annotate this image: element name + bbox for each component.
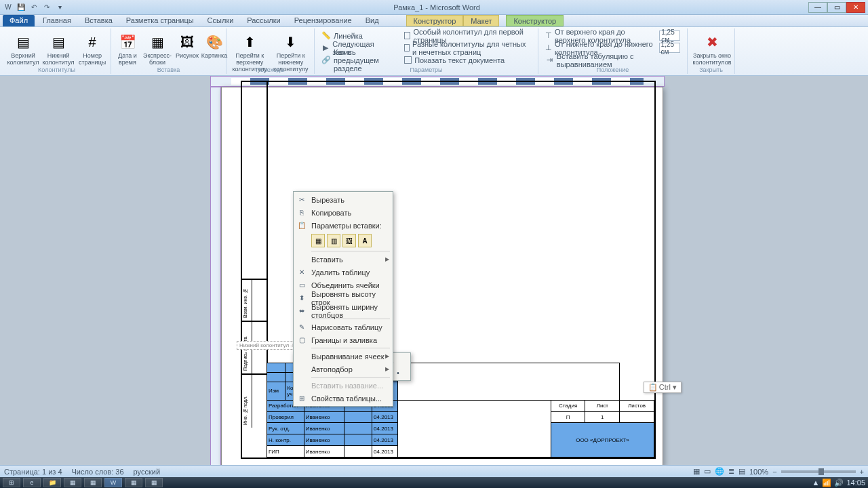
showdoc-check[interactable]: Показать текст документа	[401, 54, 534, 66]
ribbon-group-nav: ⬆Перейти к верхнему колонтитулу ⬇Перейти…	[226, 28, 315, 74]
picture-button[interactable]: 🖼Рисунок	[175, 30, 199, 61]
ribbon-group-close: ✖Закрыть окно колонтитулов Закрыть	[688, 28, 735, 74]
view-web-icon[interactable]: 🌐	[715, 467, 724, 476]
task-app4[interactable]: ▦	[145, 478, 163, 487]
menu-cell-align[interactable]: Выравнивание ячеек▶	[294, 350, 393, 363]
qat-more-icon[interactable]: ▾	[54, 2, 65, 13]
linkprev-button[interactable]: 🔗Как в предыдущем разделе	[319, 54, 393, 66]
datetime-button[interactable]: 📅Дата и время	[115, 30, 140, 68]
scissors-icon: ✂	[297, 195, 307, 205]
view-printlayout-icon[interactable]: ▦	[693, 467, 700, 476]
tab-headerfooter-design[interactable]: Конструктор	[506, 15, 564, 26]
menu-table-props[interactable]: ⊞Свойства таблицы...	[294, 392, 393, 405]
view-outline-icon[interactable]: ≣	[728, 467, 734, 476]
paste-keep-formatting[interactable]: ▦	[311, 234, 325, 247]
task-ie[interactable]: e	[23, 478, 41, 487]
col-width-icon: ⬌	[297, 306, 307, 316]
menu-cut[interactable]: ✂Вырезать	[294, 193, 393, 206]
side-column: Взам. инв. № Подпись и дата Инв. № подл.	[242, 279, 267, 458]
tray-icon[interactable]: ▲	[812, 479, 820, 487]
aligntab-button[interactable]: ⇥Вставить табуляцию с выравниванием	[542, 54, 683, 66]
oddeven-check[interactable]: Разные колонтитулы для четных и нечетных…	[401, 42, 534, 54]
checkbox-icon	[404, 32, 410, 39]
menu-separator	[311, 348, 390, 348]
task-word[interactable]: W	[104, 478, 122, 487]
menu-delete-table[interactable]: ✕Удалить таблицу	[294, 266, 393, 279]
ribbon-group-options: 📏Линейка ▶Следующая запись 🔗Как в предыд…	[315, 28, 538, 74]
tab-layout[interactable]: Разметка страницы	[119, 15, 201, 26]
tab-home[interactable]: Главная	[36, 15, 78, 26]
system-tray[interactable]: ▲ 📶 🔊 14:05	[812, 479, 865, 487]
ruler-icon: 📏	[321, 31, 331, 41]
checkbox-icon	[404, 44, 410, 52]
tab-table-layout[interactable]: Макет	[463, 15, 499, 26]
blocks-icon: ▦	[146, 31, 168, 53]
menu-separator	[311, 377, 390, 378]
tab-table-design[interactable]: Конструктор	[406, 15, 464, 26]
clipart-button[interactable]: 🎨Картинка	[202, 30, 226, 61]
task-explorer[interactable]: 📁	[43, 478, 61, 487]
footer-button[interactable]: ▤Нижний колонтитул	[42, 30, 75, 68]
margin-top-icon: ⊤	[545, 31, 552, 41]
menu-copy[interactable]: ⎘Копировать	[294, 206, 393, 219]
pagenum-button[interactable]: #Номер страницы	[77, 30, 107, 68]
redo-icon[interactable]: ↷	[41, 2, 52, 13]
maximize-button[interactable]: ▭	[827, 2, 846, 13]
tray-clock[interactable]: 14:05	[846, 479, 865, 487]
footer-icon: ▤	[47, 31, 69, 53]
start-button[interactable]: ⊞	[3, 478, 20, 487]
checkbox-icon	[404, 56, 412, 64]
word-icon: W	[3, 2, 14, 13]
document-canvas[interactable]: Взам. инв. № Подпись и дата Инв. № подл.…	[0, 76, 868, 468]
tab-review[interactable]: Рецензирование	[288, 15, 359, 26]
view-draft-icon[interactable]: ▤	[738, 467, 745, 476]
paste-picture[interactable]: 🖼	[342, 234, 356, 247]
undo-icon[interactable]: ↶	[28, 2, 39, 13]
view-fullscreen-icon[interactable]: ▭	[704, 467, 711, 476]
status-words[interactable]: Число слов: 36	[72, 468, 124, 476]
task-app2[interactable]: ▦	[84, 478, 102, 487]
zoom-in-icon[interactable]: +	[860, 468, 864, 476]
tab-references[interactable]: Ссылки	[201, 15, 241, 26]
clipart-icon: 🎨	[203, 31, 225, 53]
header-offset-value[interactable]: 1,25 см	[659, 30, 680, 41]
tab-file[interactable]: Файл	[3, 15, 35, 26]
tray-vol-icon[interactable]: 🔊	[834, 479, 844, 487]
ribbon-tabs: Файл Главная Вставка Разметка страницы С…	[0, 15, 868, 27]
quickparts-button[interactable]: ▦Экспресс-блоки	[142, 30, 172, 68]
tray-net-icon[interactable]: 📶	[822, 479, 831, 487]
down-icon: ⬇	[280, 31, 302, 53]
menu-autofit[interactable]: Автоподбор▶	[294, 363, 393, 375]
zoom-out-icon[interactable]: −	[772, 468, 776, 476]
group-label: Колонтитулы	[3, 66, 111, 73]
chevron-right-icon: ▶	[385, 256, 389, 262]
menu-insert[interactable]: Вставить▶	[294, 253, 393, 266]
status-lang[interactable]: русский	[134, 468, 160, 476]
paste-smarttag[interactable]: 📋 Ctrl ▾	[644, 382, 682, 393]
bullets-icon[interactable]: •	[393, 367, 403, 378]
task-app1[interactable]: ▦	[64, 478, 81, 487]
next-icon: ▶	[321, 43, 330, 53]
paste-text-only[interactable]: A	[358, 234, 372, 247]
close-headerfooter-button[interactable]: ✖Закрыть окно колонтитулов	[692, 30, 732, 68]
zoom-value[interactable]: 100%	[749, 468, 768, 476]
tab-mailings[interactable]: Рассылки	[240, 15, 287, 26]
paste-merge-formatting[interactable]: ▥	[327, 234, 340, 247]
header-button[interactable]: ▤Верхний колонтитул	[7, 30, 39, 68]
close-button[interactable]: ✕	[846, 2, 865, 13]
task-app3[interactable]: ▦	[125, 478, 142, 487]
save-icon[interactable]: 💾	[16, 2, 26, 13]
tab-view[interactable]: Вид	[359, 15, 386, 26]
menu-draw-table[interactable]: ✎Нарисовать таблицу	[294, 321, 393, 333]
page[interactable]: Взам. инв. № Подпись и дата Инв. № подл.…	[221, 87, 663, 466]
tab-insert[interactable]: Вставка	[78, 15, 119, 26]
menu-separator	[311, 251, 390, 251]
menu-caption[interactable]: Вставить название...	[294, 379, 393, 392]
ribbon: ▤Верхний колонтитул ▤Нижний колонтитул #…	[0, 27, 868, 76]
status-page[interactable]: Страница: 1 из 4	[4, 468, 62, 476]
zoom-slider[interactable]	[781, 470, 856, 473]
vertical-ruler[interactable]	[210, 87, 221, 466]
menu-borders[interactable]: ▢Границы и заливка	[294, 333, 393, 346]
minimize-button[interactable]: —	[808, 2, 827, 13]
menu-col-width[interactable]: ⬌Выровнять ширину столбцов	[294, 304, 393, 317]
